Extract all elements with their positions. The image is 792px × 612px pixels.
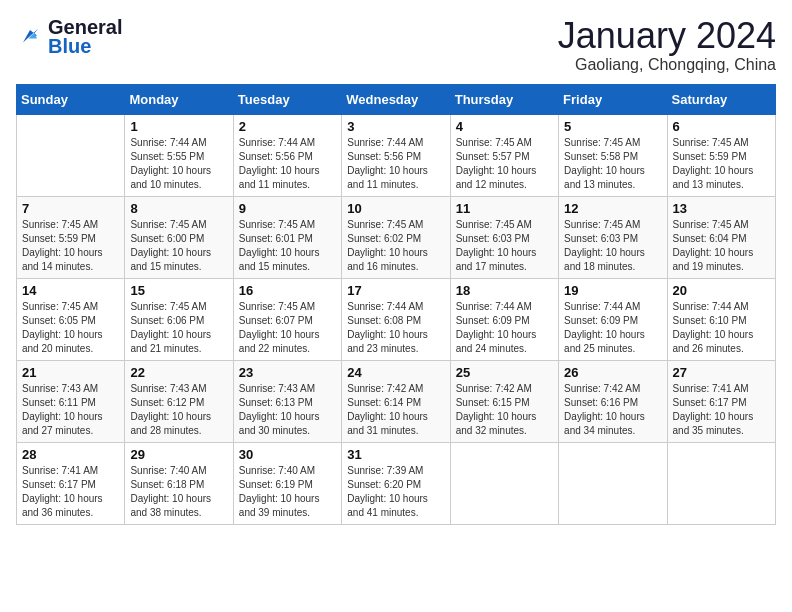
- calendar-cell: 31Sunrise: 7:39 AM Sunset: 6:20 PM Dayli…: [342, 442, 450, 524]
- day-info: Sunrise: 7:42 AM Sunset: 6:16 PM Dayligh…: [564, 382, 661, 438]
- calendar-cell: 17Sunrise: 7:44 AM Sunset: 6:08 PM Dayli…: [342, 278, 450, 360]
- calendar-cell: 9Sunrise: 7:45 AM Sunset: 6:01 PM Daylig…: [233, 196, 341, 278]
- day-number: 21: [22, 365, 119, 380]
- logo-blue: Blue: [48, 35, 91, 58]
- calendar-cell: 6Sunrise: 7:45 AM Sunset: 5:59 PM Daylig…: [667, 114, 775, 196]
- calendar-cell: 11Sunrise: 7:45 AM Sunset: 6:03 PM Dayli…: [450, 196, 558, 278]
- calendar-cell: 20Sunrise: 7:44 AM Sunset: 6:10 PM Dayli…: [667, 278, 775, 360]
- calendar-table: SundayMondayTuesdayWednesdayThursdayFrid…: [16, 84, 776, 525]
- day-info: Sunrise: 7:45 AM Sunset: 6:06 PM Dayligh…: [130, 300, 227, 356]
- calendar-cell: 27Sunrise: 7:41 AM Sunset: 6:17 PM Dayli…: [667, 360, 775, 442]
- day-info: Sunrise: 7:43 AM Sunset: 6:13 PM Dayligh…: [239, 382, 336, 438]
- day-info: Sunrise: 7:43 AM Sunset: 6:11 PM Dayligh…: [22, 382, 119, 438]
- calendar-cell: 4Sunrise: 7:45 AM Sunset: 5:57 PM Daylig…: [450, 114, 558, 196]
- calendar-cell: [559, 442, 667, 524]
- calendar-cell: 2Sunrise: 7:44 AM Sunset: 5:56 PM Daylig…: [233, 114, 341, 196]
- day-info: Sunrise: 7:45 AM Sunset: 5:59 PM Dayligh…: [673, 136, 770, 192]
- day-info: Sunrise: 7:45 AM Sunset: 6:04 PM Dayligh…: [673, 218, 770, 274]
- day-number: 14: [22, 283, 119, 298]
- day-number: 4: [456, 119, 553, 134]
- day-number: 26: [564, 365, 661, 380]
- day-info: Sunrise: 7:45 AM Sunset: 5:57 PM Dayligh…: [456, 136, 553, 192]
- calendar-cell: [667, 442, 775, 524]
- day-info: Sunrise: 7:44 AM Sunset: 6:09 PM Dayligh…: [564, 300, 661, 356]
- calendar-cell: 19Sunrise: 7:44 AM Sunset: 6:09 PM Dayli…: [559, 278, 667, 360]
- day-info: Sunrise: 7:42 AM Sunset: 6:14 PM Dayligh…: [347, 382, 444, 438]
- logo-bird-icon: [16, 23, 44, 51]
- calendar-title-area: January 2024 Gaoliang, Chongqing, China: [558, 16, 776, 74]
- calendar-cell: 24Sunrise: 7:42 AM Sunset: 6:14 PM Dayli…: [342, 360, 450, 442]
- logo-text-block: General Blue: [48, 16, 122, 58]
- calendar-week-row: 7Sunrise: 7:45 AM Sunset: 5:59 PM Daylig…: [17, 196, 776, 278]
- day-info: Sunrise: 7:44 AM Sunset: 5:55 PM Dayligh…: [130, 136, 227, 192]
- day-info: Sunrise: 7:44 AM Sunset: 5:56 PM Dayligh…: [347, 136, 444, 192]
- calendar-week-row: 14Sunrise: 7:45 AM Sunset: 6:05 PM Dayli…: [17, 278, 776, 360]
- day-number: 13: [673, 201, 770, 216]
- day-number: 18: [456, 283, 553, 298]
- day-number: 19: [564, 283, 661, 298]
- day-info: Sunrise: 7:44 AM Sunset: 6:10 PM Dayligh…: [673, 300, 770, 356]
- calendar-cell: 25Sunrise: 7:42 AM Sunset: 6:15 PM Dayli…: [450, 360, 558, 442]
- day-info: Sunrise: 7:45 AM Sunset: 6:01 PM Dayligh…: [239, 218, 336, 274]
- calendar-cell: 15Sunrise: 7:45 AM Sunset: 6:06 PM Dayli…: [125, 278, 233, 360]
- day-info: Sunrise: 7:41 AM Sunset: 6:17 PM Dayligh…: [22, 464, 119, 520]
- day-number: 10: [347, 201, 444, 216]
- weekday-header: Thursday: [450, 84, 558, 114]
- calendar-cell: 30Sunrise: 7:40 AM Sunset: 6:19 PM Dayli…: [233, 442, 341, 524]
- day-info: Sunrise: 7:40 AM Sunset: 6:19 PM Dayligh…: [239, 464, 336, 520]
- day-info: Sunrise: 7:45 AM Sunset: 5:59 PM Dayligh…: [22, 218, 119, 274]
- calendar-cell: [450, 442, 558, 524]
- day-number: 29: [130, 447, 227, 462]
- calendar-week-row: 1Sunrise: 7:44 AM Sunset: 5:55 PM Daylig…: [17, 114, 776, 196]
- calendar-cell: 8Sunrise: 7:45 AM Sunset: 6:00 PM Daylig…: [125, 196, 233, 278]
- calendar-cell: 18Sunrise: 7:44 AM Sunset: 6:09 PM Dayli…: [450, 278, 558, 360]
- calendar-cell: 28Sunrise: 7:41 AM Sunset: 6:17 PM Dayli…: [17, 442, 125, 524]
- day-number: 12: [564, 201, 661, 216]
- day-number: 16: [239, 283, 336, 298]
- calendar-cell: 10Sunrise: 7:45 AM Sunset: 6:02 PM Dayli…: [342, 196, 450, 278]
- day-number: 15: [130, 283, 227, 298]
- svg-marker-0: [23, 29, 38, 43]
- day-number: 30: [239, 447, 336, 462]
- day-info: Sunrise: 7:43 AM Sunset: 6:12 PM Dayligh…: [130, 382, 227, 438]
- weekday-header: Sunday: [17, 84, 125, 114]
- calendar-body: 1Sunrise: 7:44 AM Sunset: 5:55 PM Daylig…: [17, 114, 776, 524]
- day-number: 8: [130, 201, 227, 216]
- weekday-header: Saturday: [667, 84, 775, 114]
- day-info: Sunrise: 7:45 AM Sunset: 6:07 PM Dayligh…: [239, 300, 336, 356]
- calendar-cell: 12Sunrise: 7:45 AM Sunset: 6:03 PM Dayli…: [559, 196, 667, 278]
- day-number: 3: [347, 119, 444, 134]
- day-info: Sunrise: 7:41 AM Sunset: 6:17 PM Dayligh…: [673, 382, 770, 438]
- weekday-header: Monday: [125, 84, 233, 114]
- day-info: Sunrise: 7:45 AM Sunset: 6:03 PM Dayligh…: [456, 218, 553, 274]
- calendar-cell: 21Sunrise: 7:43 AM Sunset: 6:11 PM Dayli…: [17, 360, 125, 442]
- day-number: 22: [130, 365, 227, 380]
- day-info: Sunrise: 7:44 AM Sunset: 6:08 PM Dayligh…: [347, 300, 444, 356]
- calendar-cell: 1Sunrise: 7:44 AM Sunset: 5:55 PM Daylig…: [125, 114, 233, 196]
- day-number: 27: [673, 365, 770, 380]
- calendar-cell: 5Sunrise: 7:45 AM Sunset: 5:58 PM Daylig…: [559, 114, 667, 196]
- day-info: Sunrise: 7:45 AM Sunset: 6:00 PM Dayligh…: [130, 218, 227, 274]
- calendar-week-row: 21Sunrise: 7:43 AM Sunset: 6:11 PM Dayli…: [17, 360, 776, 442]
- day-number: 1: [130, 119, 227, 134]
- day-info: Sunrise: 7:42 AM Sunset: 6:15 PM Dayligh…: [456, 382, 553, 438]
- calendar-cell: 29Sunrise: 7:40 AM Sunset: 6:18 PM Dayli…: [125, 442, 233, 524]
- day-number: 6: [673, 119, 770, 134]
- day-number: 23: [239, 365, 336, 380]
- day-number: 28: [22, 447, 119, 462]
- calendar-subtitle: Gaoliang, Chongqing, China: [558, 56, 776, 74]
- day-info: Sunrise: 7:45 AM Sunset: 6:03 PM Dayligh…: [564, 218, 661, 274]
- calendar-week-row: 28Sunrise: 7:41 AM Sunset: 6:17 PM Dayli…: [17, 442, 776, 524]
- calendar-title: January 2024: [558, 16, 776, 56]
- day-number: 7: [22, 201, 119, 216]
- day-info: Sunrise: 7:45 AM Sunset: 5:58 PM Dayligh…: [564, 136, 661, 192]
- weekday-header: Wednesday: [342, 84, 450, 114]
- page-header: General Blue January 2024 Gaoliang, Chon…: [16, 16, 776, 74]
- calendar-cell: 16Sunrise: 7:45 AM Sunset: 6:07 PM Dayli…: [233, 278, 341, 360]
- day-info: Sunrise: 7:44 AM Sunset: 5:56 PM Dayligh…: [239, 136, 336, 192]
- calendar-cell: 26Sunrise: 7:42 AM Sunset: 6:16 PM Dayli…: [559, 360, 667, 442]
- calendar-cell: 22Sunrise: 7:43 AM Sunset: 6:12 PM Dayli…: [125, 360, 233, 442]
- calendar-cell: 14Sunrise: 7:45 AM Sunset: 6:05 PM Dayli…: [17, 278, 125, 360]
- calendar-cell: [17, 114, 125, 196]
- calendar-cell: 23Sunrise: 7:43 AM Sunset: 6:13 PM Dayli…: [233, 360, 341, 442]
